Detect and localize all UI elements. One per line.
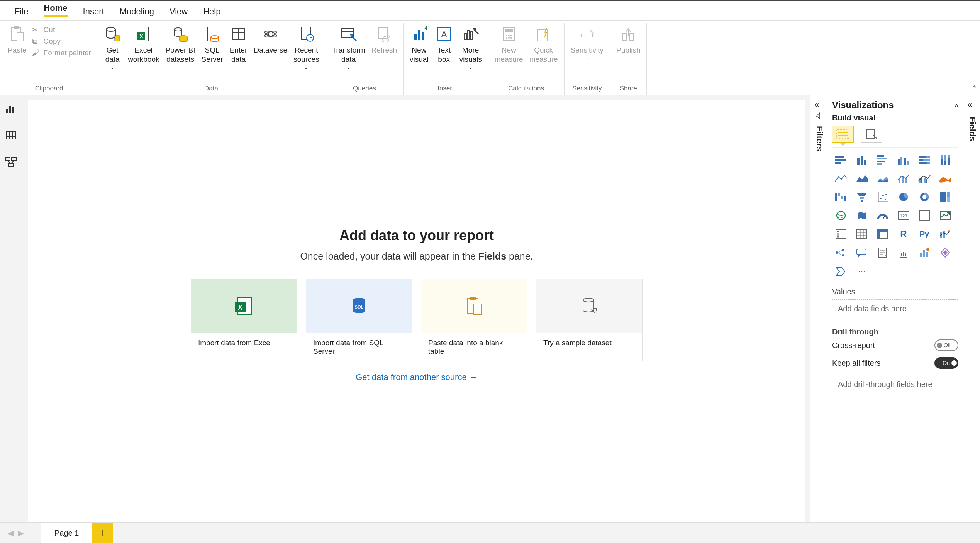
report-canvas[interactable]: Add data to your report Once loaded, you… (28, 100, 805, 522)
svg-text:123: 123 (900, 214, 907, 218)
viz-clustered-column[interactable] (895, 152, 912, 168)
viz-powerautomate[interactable] (832, 263, 850, 279)
get-data-button[interactable]: Get data ⌄ (100, 23, 125, 72)
build-visual-tab[interactable] (832, 126, 854, 143)
viz-slicer[interactable] (832, 226, 850, 242)
dataverse-button[interactable]: Dataverse (251, 23, 291, 56)
drill-label: Drill through (832, 327, 958, 336)
viz-100-bar[interactable] (916, 152, 933, 168)
cut-button[interactable]: ✂ Cut (31, 25, 93, 35)
viz-filled-map[interactable] (853, 208, 871, 223)
viz-stacked-column[interactable] (853, 152, 871, 168)
menu-help[interactable]: Help (195, 3, 228, 20)
card-sample[interactable]: Try a sample dataset (536, 279, 643, 361)
drill-dropzone[interactable]: Add drill-through fields here (832, 375, 958, 394)
report-view-button[interactable] (5, 102, 19, 116)
viz-donut[interactable] (916, 189, 933, 205)
publish-button[interactable]: Publish (613, 23, 643, 56)
viz-pie[interactable] (895, 189, 912, 205)
viz-line[interactable] (832, 171, 850, 186)
card-excel[interactable]: X Import data from Excel (191, 279, 297, 361)
viz-100-column[interactable] (936, 152, 954, 168)
viz-stacked-bar[interactable] (832, 152, 850, 168)
expand-filters-button[interactable]: « (814, 100, 819, 110)
recent-sources-button[interactable]: Recent sources ⌄ (290, 23, 322, 72)
viz-key-influencers[interactable] (936, 226, 954, 242)
paste-card-icon (421, 279, 527, 333)
viz-r[interactable]: R (895, 226, 912, 242)
page-tab-1[interactable]: Page 1 (41, 523, 92, 543)
menu-file[interactable]: File (7, 3, 36, 20)
viz-python[interactable]: Py (916, 226, 933, 242)
viz-area[interactable] (853, 171, 871, 186)
transform-data-button[interactable]: Transform data ⌄ (329, 23, 368, 72)
pbi-datasets-button[interactable]: Power BI datasets (162, 23, 198, 66)
page-prev-button[interactable]: ◀ (5, 528, 15, 538)
svg-rect-25 (422, 32, 424, 40)
viz-gauge[interactable] (874, 208, 892, 223)
viz-card[interactable]: 123 (895, 208, 912, 223)
model-view-button[interactable] (5, 156, 19, 170)
database-icon (103, 25, 122, 43)
sql-server-button[interactable]: SQL Server (198, 23, 226, 66)
svg-line-56 (11, 161, 14, 164)
sensitivity-button[interactable]: Sensitivity ⌄ (568, 23, 607, 63)
get-data-another-link[interactable]: Get data from another source → (185, 372, 648, 382)
viz-line-clustered[interactable] (916, 171, 933, 186)
viz-waterfall[interactable] (832, 189, 850, 205)
viz-multi-card[interactable] (916, 208, 933, 223)
viz-qna[interactable] (853, 245, 871, 260)
svg-point-118 (885, 194, 887, 195)
viz-ribbon[interactable] (936, 171, 954, 186)
expand-fields-button[interactable]: « (967, 100, 972, 110)
viz-funnel[interactable] (853, 189, 871, 205)
menu-modeling[interactable]: Modeling (112, 3, 162, 20)
collapse-viz-button[interactable]: » (954, 101, 958, 110)
quick-measure-button[interactable]: Quick measure (526, 23, 561, 66)
svg-rect-45 (9, 106, 11, 113)
text-box-button[interactable]: A Text box (432, 23, 456, 66)
viz-auto-ml[interactable] (916, 245, 933, 260)
more-visuals-button[interactable]: More visuals ⌄ (456, 23, 485, 72)
enter-data-button[interactable]: Enter data (226, 23, 251, 66)
new-measure-button[interactable]: New measure (492, 23, 526, 66)
collapse-ribbon-button[interactable]: ⌃ (971, 84, 978, 93)
cross-report-toggle[interactable]: Off (934, 339, 958, 351)
viz-map[interactable] (832, 208, 850, 223)
refresh-button[interactable]: Refresh (368, 23, 400, 56)
svg-rect-91 (941, 155, 943, 159)
card-sql[interactable]: SQL Import data from SQL Server (306, 279, 412, 361)
new-visual-button[interactable]: + New visual (407, 23, 432, 66)
excel-workbook-button[interactable]: X Excel workbook (125, 23, 162, 66)
page-next-button[interactable]: ▶ (15, 528, 25, 538)
add-page-button[interactable]: + (92, 523, 113, 543)
data-view-button[interactable] (5, 129, 19, 143)
viz-matrix[interactable] (874, 226, 892, 242)
keep-filters-toggle[interactable]: On (934, 357, 958, 369)
svg-rect-134 (837, 231, 839, 232)
viz-stacked-area[interactable] (874, 171, 892, 186)
viz-line-column[interactable] (895, 171, 912, 186)
menu-home[interactable]: Home (36, 0, 75, 20)
filters-label[interactable]: Filters (814, 126, 824, 151)
viz-scatter[interactable] (874, 189, 892, 205)
paste-button[interactable]: Paste (5, 23, 30, 56)
viz-powerapps[interactable] (936, 245, 954, 260)
format-painter-button[interactable]: 🖌 Format painter (31, 48, 93, 58)
viz-paginated[interactable] (895, 245, 912, 260)
menu-view[interactable]: View (162, 3, 195, 20)
viz-kpi[interactable] (936, 208, 954, 223)
viz-more[interactable]: ··· (853, 263, 871, 279)
card-paste[interactable]: Paste data into a blank table (421, 279, 527, 361)
viz-narrative[interactable] (874, 245, 892, 260)
copy-button[interactable]: ⧉ Copy (31, 36, 93, 46)
viz-clustered-bar[interactable] (874, 152, 892, 168)
fields-label[interactable]: Fields (967, 117, 977, 141)
svg-rect-136 (837, 236, 839, 238)
viz-treemap[interactable] (936, 189, 954, 205)
values-dropzone[interactable]: Add data fields here (832, 299, 958, 318)
menu-insert[interactable]: Insert (75, 3, 112, 20)
format-visual-tab[interactable] (861, 126, 882, 143)
viz-decomposition[interactable] (832, 245, 850, 260)
viz-table[interactable] (853, 226, 871, 242)
